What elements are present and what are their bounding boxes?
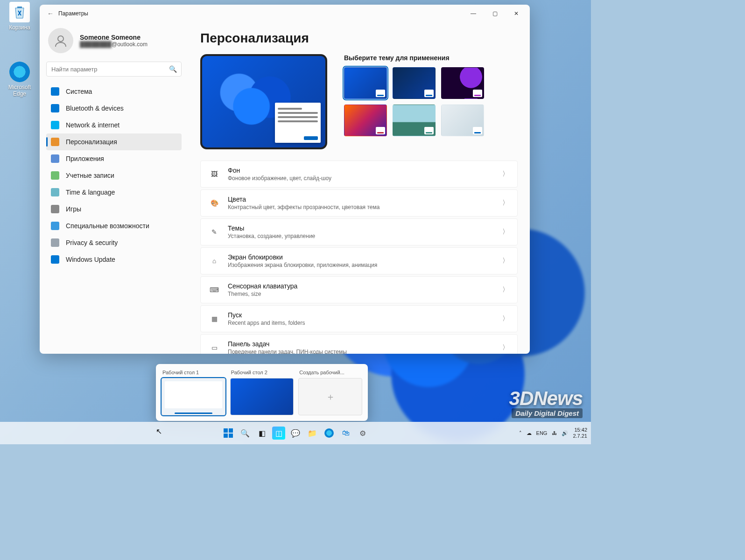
desktop-preview[interactable] <box>200 54 327 149</box>
volume-icon[interactable]: 🔊 <box>562 430 568 436</box>
sidebar-item-label: Приложения <box>66 155 104 162</box>
option-pen[interactable]: ✎ТемыУстановка, создание, управление〉 <box>200 218 518 245</box>
option-title: Цвета <box>228 196 494 203</box>
start-button[interactable] <box>222 427 235 440</box>
option-taskbar[interactable]: ▭Панель задачПоведение панели задач, ПИН… <box>200 334 518 354</box>
sidebar-item-accessibility[interactable]: Специальные возможности <box>46 217 182 234</box>
add-virtual-desktop[interactable]: Создать рабочий... ＋ <box>298 370 362 415</box>
chat-button[interactable]: 💬 <box>289 427 302 440</box>
desktop-thumbnail[interactable] <box>162 378 225 415</box>
desktop-icon-edge[interactable]: Microsoft Edge <box>3 62 36 97</box>
sidebar-item-accounts[interactable]: Учетные записи <box>46 167 182 184</box>
option-title: Экран блокировки <box>228 253 494 261</box>
minimize-button[interactable]: — <box>463 7 484 21</box>
theme-mini-preview <box>376 90 385 97</box>
edge-button[interactable] <box>323 427 336 440</box>
sidebar-item-gaming[interactable]: Игры <box>46 201 182 217</box>
lock-icon: ⌂ <box>209 257 219 265</box>
theme-mini-preview <box>424 127 434 134</box>
theme-mini-preview <box>376 127 385 134</box>
taskbar-icon: ▭ <box>209 344 219 351</box>
option-title: Пуск <box>228 311 494 319</box>
svg-rect-1 <box>224 428 228 433</box>
tray-chevron-icon[interactable]: ˄ <box>519 430 522 436</box>
theme-option-t3[interactable] <box>441 67 484 99</box>
desktop-icon-recycle-bin[interactable]: Корзина <box>3 2 36 31</box>
sidebar: Someone Someone ████████@outlook.com 🔍 С… <box>40 22 188 354</box>
option-title: Темы <box>228 224 494 232</box>
update-icon <box>51 255 59 264</box>
user-account-row[interactable]: Someone Someone ████████@outlook.com <box>46 25 182 60</box>
file-explorer-button[interactable]: 📁 <box>306 427 319 440</box>
desktop-icon-label: Microsoft Edge <box>3 84 36 97</box>
theme-option-t1[interactable] <box>344 67 387 99</box>
widgets-button[interactable]: ◫ <box>272 427 285 440</box>
edge-icon <box>9 62 30 82</box>
theme-mini-preview <box>424 90 434 97</box>
svg-point-0 <box>58 36 63 42</box>
desktop-icon-label: Корзина <box>3 24 36 31</box>
privacy-icon <box>51 238 59 247</box>
close-button[interactable]: ✕ <box>506 7 527 21</box>
sidebar-item-privacy[interactable]: Privacy & security <box>46 234 182 251</box>
sidebar-item-label: Система <box>66 88 92 95</box>
lang-indicator[interactable]: ENG <box>536 430 548 436</box>
pen-icon: ✎ <box>209 228 219 236</box>
search-input[interactable] <box>46 62 182 77</box>
accounts-icon <box>51 171 59 180</box>
maximize-button[interactable]: ▢ <box>484 7 506 21</box>
sidebar-item-label: Privacy & security <box>66 239 118 246</box>
clock[interactable]: 15:42 2.7.21 <box>573 427 587 439</box>
sidebar-item-personalization[interactable]: Персонализация <box>46 133 182 150</box>
option-start[interactable]: ▦ПускRecent apps and items, folders〉 <box>200 305 518 332</box>
sidebar-item-update[interactable]: Windows Update <box>46 251 182 268</box>
personalization-icon <box>51 138 59 146</box>
search-button[interactable]: 🔍 <box>239 427 252 440</box>
virtual-desktop-2[interactable]: Рабочий стол 2 <box>230 370 294 415</box>
theme-mini-preview <box>473 90 482 97</box>
option-title: Сенсорная клавиатура <box>228 282 494 290</box>
svg-rect-3 <box>224 434 228 438</box>
sidebar-item-apps[interactable]: Приложения <box>46 150 182 167</box>
svg-rect-2 <box>229 428 233 433</box>
option-lock[interactable]: ⌂Экран блокировкиИзображения экрана блок… <box>200 247 518 274</box>
sidebar-item-network[interactable]: Network & internet <box>46 117 182 133</box>
time-icon <box>51 188 59 196</box>
keyboard-icon: ⌨ <box>209 286 219 294</box>
store-button[interactable]: 🛍 <box>339 427 352 440</box>
option-image[interactable]: 🖼ФонФоновое изображение, цвет, слайд-шоу… <box>200 161 518 188</box>
search-box[interactable]: 🔍 <box>46 62 182 77</box>
system-tray[interactable]: ˄ ☁ ENG 🖧 🔊 15:42 2.7.21 <box>519 427 587 439</box>
sidebar-item-label: Bluetooth & devices <box>66 105 124 112</box>
search-icon: 🔍 <box>169 65 177 73</box>
chevron-right-icon: 〉 <box>502 170 509 178</box>
user-avatar <box>48 28 73 53</box>
add-desktop-button[interactable]: ＋ <box>298 378 362 415</box>
theme-option-t2[interactable] <box>393 67 436 99</box>
theme-option-t6[interactable] <box>441 105 484 136</box>
sidebar-item-system[interactable]: Система <box>46 83 182 100</box>
user-email: ████████@outlook.com <box>80 41 148 48</box>
option-subtitle: Изображения экрана блокировки, приложени… <box>228 262 494 268</box>
option-keyboard[interactable]: ⌨Сенсорная клавиатураThemes, size〉 <box>200 276 518 303</box>
chevron-right-icon: 〉 <box>502 315 509 323</box>
option-subtitle: Recent apps and items, folders <box>228 320 494 326</box>
back-button[interactable]: ← <box>42 10 58 17</box>
sidebar-item-label: Учетные записи <box>66 172 114 179</box>
settings-window: ← Параметры — ▢ ✕ Someone Someone ██████… <box>40 5 530 354</box>
option-palette[interactable]: 🎨ЦветаКонтрастный цвет, эффекты прозрачн… <box>200 189 518 217</box>
sidebar-item-bluetooth[interactable]: Bluetooth & devices <box>46 100 182 117</box>
option-title: Панель задач <box>228 340 494 348</box>
desktop-thumbnail[interactable] <box>230 378 294 415</box>
sidebar-item-time[interactable]: Time & language <box>46 184 182 201</box>
theme-option-t5[interactable] <box>393 105 436 136</box>
start-icon: ▦ <box>209 315 219 322</box>
settings-button[interactable]: ⚙ <box>356 427 369 440</box>
theme-option-t4[interactable] <box>344 105 387 136</box>
titlebar: ← Параметры — ▢ ✕ <box>40 5 530 22</box>
network-icon[interactable]: 🖧 <box>552 430 557 436</box>
window-title: Параметры <box>58 10 88 17</box>
virtual-desktop-1[interactable]: Рабочий стол 1 <box>162 370 225 415</box>
onedrive-icon[interactable]: ☁ <box>527 430 532 436</box>
task-view-button[interactable]: ◧ <box>255 427 268 440</box>
